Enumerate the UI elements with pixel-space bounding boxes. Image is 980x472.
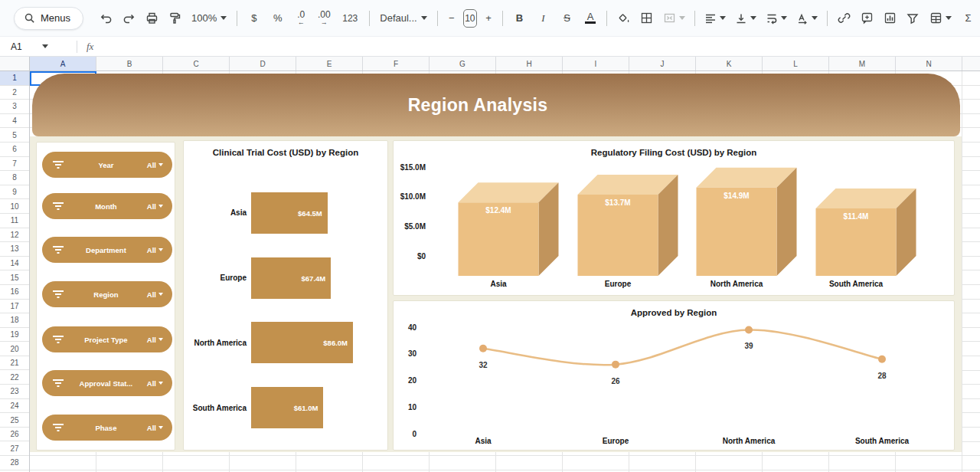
menus-button[interactable]: Menus (14, 7, 83, 30)
clinical-trial-cost-chart[interactable]: Clinical Trial Cost (USD) by Region Asia… (183, 140, 388, 451)
insert-link-button[interactable] (834, 8, 854, 28)
bar[interactable]: $86.0M (251, 322, 353, 363)
approved-by-region-chart[interactable]: Approved by Region 01020304032Asia26Euro… (393, 300, 955, 451)
table-views-button[interactable] (926, 8, 955, 28)
horizontal-align-button[interactable] (701, 8, 729, 28)
row-header-26[interactable]: 26 (0, 428, 29, 442)
text-rotation-button[interactable] (793, 8, 821, 28)
row-header-27[interactable]: 27 (0, 441, 29, 456)
row-header-11[interactable]: 11 (0, 214, 29, 228)
column-header-N[interactable]: N (896, 57, 962, 70)
increase-font-size-button[interactable]: + (481, 8, 496, 28)
column-header-F[interactable]: F (363, 57, 430, 70)
more-formats-button[interactable]: 123 (337, 8, 363, 28)
menus-label: Menus (41, 12, 70, 24)
filter-button-approval-status[interactable]: Approval Stat... All (42, 370, 172, 396)
vertical-align-button[interactable] (732, 8, 760, 28)
text-wrap-button[interactable] (763, 8, 790, 28)
row-header-6[interactable]: 6 (0, 143, 29, 157)
vertical-align-icon (735, 12, 747, 25)
row-header-4[interactable]: 4 (0, 114, 29, 129)
text-wrap-icon (766, 12, 778, 25)
row-header-23[interactable]: 23 (0, 385, 29, 399)
row-header-18[interactable]: 18 (0, 313, 29, 328)
row-header-15[interactable]: 15 (0, 270, 29, 285)
row-header-7[interactable]: 7 (0, 157, 29, 172)
decrease-font-size-button[interactable]: − (444, 8, 459, 28)
filter-button-month[interactable]: Month All (42, 193, 172, 219)
row-header-22[interactable]: 22 (0, 370, 29, 385)
row-header-10[interactable]: 10 (0, 199, 29, 214)
increase-decimal-button[interactable]: .00→ (314, 8, 334, 28)
row-header-20[interactable]: 20 (0, 342, 29, 356)
row-header-24[interactable]: 24 (0, 399, 29, 414)
print-button[interactable] (142, 8, 162, 28)
column-header-M[interactable]: M (829, 57, 896, 70)
row-header-2[interactable]: 2 (0, 86, 29, 100)
font-select[interactable]: Defaul... (374, 8, 432, 28)
column-header-C[interactable]: C (163, 57, 230, 70)
create-filter-button[interactable] (903, 8, 923, 28)
redo-button[interactable] (119, 8, 139, 28)
filter-button-region[interactable]: Region All (42, 281, 172, 307)
row-header-12[interactable]: 12 (0, 228, 29, 243)
row-header-1[interactable]: 1 (0, 71, 29, 86)
toolbar-divider (827, 11, 828, 26)
select-all-corner[interactable] (0, 57, 30, 71)
fill-color-button[interactable] (613, 8, 633, 28)
italic-button[interactable]: I (533, 8, 554, 28)
row-header-8[interactable]: 8 (0, 171, 29, 185)
insert-chart-button[interactable] (880, 8, 900, 28)
cell-name-box[interactable]: A1 (0, 37, 77, 56)
column-header-H[interactable]: H (496, 57, 563, 70)
filter-value: All (147, 424, 156, 432)
row-header-13[interactable]: 13 (0, 242, 29, 257)
row-header-16[interactable]: 16 (0, 285, 29, 300)
bar[interactable]: $61.0M (251, 387, 323, 428)
column-header-B[interactable]: B (96, 57, 163, 70)
column-header-L[interactable]: L (763, 57, 829, 70)
paint-format-button[interactable] (165, 8, 185, 28)
column-header-A[interactable]: A (30, 57, 96, 70)
format-currency-button[interactable]: $ (243, 8, 264, 28)
column-header-G[interactable]: G (430, 57, 496, 70)
font-size-input[interactable]: 10 (463, 9, 477, 28)
row-header-28[interactable]: 28 (0, 456, 29, 470)
formula-input[interactable] (93, 37, 980, 56)
filter-button-phase[interactable]: Phase All (42, 415, 172, 441)
regulatory-filing-cost-chart[interactable]: Regulatory Filing Cost (USD) by Region $… (393, 140, 955, 296)
format-percent-button[interactable]: % (267, 8, 288, 28)
column-header-partial[interactable] (962, 57, 980, 70)
bold-button[interactable]: B (509, 8, 530, 28)
text-color-button[interactable]: A (580, 8, 600, 28)
row-header-19[interactable]: 19 (0, 328, 29, 343)
functions-button[interactable]: Σ (958, 8, 978, 28)
row-header-5[interactable]: 5 (0, 128, 29, 143)
column-header-D[interactable]: D (230, 57, 296, 70)
decrease-decimal-button[interactable]: .0← (291, 8, 311, 28)
column-header-J[interactable]: J (629, 57, 696, 70)
approved-line-plot: 01020304032Asia26Europe39North America28… (394, 301, 954, 450)
row-header-17[interactable]: 17 (0, 300, 29, 314)
filter-button-project-type[interactable]: Project Type All (42, 326, 172, 352)
zoom-select[interactable]: 100% (186, 8, 232, 28)
bar[interactable]: $64.5M (251, 192, 328, 234)
column-header-E[interactable]: E (296, 57, 363, 70)
row-header-21[interactable]: 21 (0, 356, 29, 371)
bar[interactable]: $67.4M (251, 257, 331, 299)
column-header-I[interactable]: I (563, 57, 629, 70)
filter-button-department[interactable]: Department All (42, 237, 172, 263)
toolbar-divider (502, 11, 503, 26)
row-header-9[interactable]: 9 (0, 185, 29, 200)
undo-button[interactable] (96, 8, 116, 28)
merge-cells-button[interactable] (659, 8, 688, 28)
filter-button-year[interactable]: Year All (42, 152, 172, 178)
row-header-3[interactable]: 3 (0, 100, 29, 114)
row-header-14[interactable]: 14 (0, 257, 29, 271)
grid[interactable]: Region Analysis Year All Month All Depar… (30, 71, 980, 472)
insert-comment-button[interactable] (857, 8, 877, 28)
column-header-K[interactable]: K (696, 57, 763, 70)
strikethrough-button[interactable]: S (557, 8, 577, 28)
row-header-25[interactable]: 25 (0, 413, 29, 428)
borders-button[interactable] (636, 8, 656, 28)
